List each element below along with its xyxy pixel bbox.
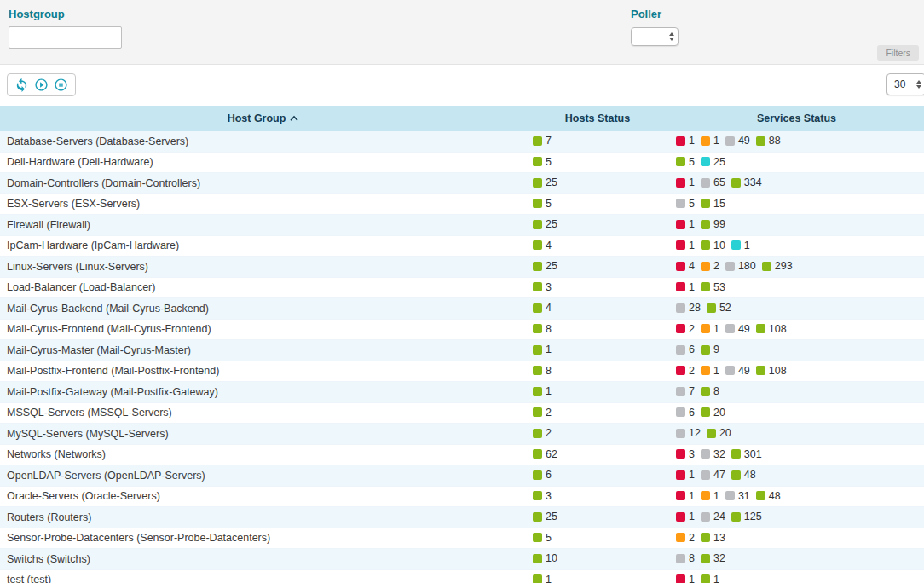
gray-status-badge[interactable]: 28 (676, 302, 701, 314)
table-row[interactable]: Mail-Postfix-Frontend (Mail-Postfix-Fron… (0, 361, 924, 382)
green-status-badge[interactable]: 53 (701, 281, 725, 293)
green-status-badge[interactable]: 88 (756, 135, 781, 147)
red-status-badge[interactable]: 3 (676, 448, 695, 460)
column-header-services-status[interactable]: Services Status (669, 106, 924, 131)
cyan-status-badge[interactable]: 1 (731, 240, 750, 251)
orange-status-badge[interactable]: 1 (701, 490, 719, 502)
green-status-badge[interactable]: 334 (731, 176, 762, 188)
green-status-badge[interactable]: 20 (707, 427, 731, 439)
orange-status-badge[interactable]: 2 (676, 532, 695, 544)
orange-status-badge[interactable]: 1 (701, 323, 719, 335)
green-status-badge[interactable]: 3 (533, 490, 552, 502)
gray-status-badge[interactable]: 180 (725, 260, 756, 272)
table-row[interactable]: Networks (Networks)62332301 (0, 444, 924, 465)
red-status-badge[interactable]: 4 (676, 260, 695, 272)
red-status-badge[interactable]: 1 (676, 176, 695, 188)
red-status-badge[interactable]: 1 (676, 574, 695, 583)
red-status-badge[interactable]: 1 (676, 469, 695, 481)
table-row[interactable]: Mail-Postfix-Gateway (Mail-Postfix-Gatew… (0, 382, 924, 403)
table-row[interactable]: Load-Balancer (Load-Balancer)3153 (0, 277, 924, 298)
table-row[interactable]: test (test)111 (0, 569, 924, 583)
green-status-badge[interactable]: 99 (701, 218, 725, 230)
green-status-badge[interactable]: 4 (533, 240, 552, 251)
refresh-button[interactable] (14, 78, 29, 92)
red-status-badge[interactable]: 2 (676, 365, 695, 377)
table-row[interactable]: Mail-Cyrus-Master (Mail-Cyrus-Master)169 (0, 340, 924, 361)
green-status-badge[interactable]: 25 (533, 176, 557, 188)
green-status-badge[interactable]: 8 (533, 323, 552, 335)
orange-status-badge[interactable]: 1 (701, 135, 719, 147)
gray-status-badge[interactable]: 5 (676, 198, 695, 210)
gray-status-badge[interactable]: 12 (676, 427, 701, 439)
green-status-badge[interactable]: 10 (701, 240, 725, 251)
green-status-badge[interactable]: 108 (756, 365, 787, 377)
green-status-badge[interactable]: 15 (701, 198, 725, 210)
table-row[interactable]: MySQL-Servers (MySQL-Servers)21220 (0, 424, 924, 445)
green-status-badge[interactable]: 9 (701, 343, 719, 355)
orange-status-badge[interactable]: 1 (701, 365, 719, 377)
gray-status-badge[interactable]: 6 (676, 343, 695, 355)
green-status-badge[interactable]: 1 (533, 574, 552, 583)
green-status-badge[interactable]: 8 (701, 385, 719, 397)
green-status-badge[interactable]: 1 (533, 385, 552, 397)
table-row[interactable]: Routers (Routers)25124125 (0, 507, 924, 528)
gray-status-badge[interactable]: 49 (725, 135, 750, 147)
gray-status-badge[interactable]: 6 (676, 407, 695, 418)
green-status-badge[interactable]: 108 (756, 323, 787, 335)
play-button[interactable] (34, 78, 49, 92)
green-status-badge[interactable]: 32 (701, 552, 725, 564)
table-row[interactable]: Database-Servers (Database-Servers)71149… (0, 131, 924, 152)
pause-button[interactable] (54, 78, 68, 92)
gray-status-badge[interactable]: 47 (701, 469, 725, 481)
table-row[interactable]: Dell-Hardware (Dell-Hardware)5525 (0, 152, 924, 173)
green-status-badge[interactable]: 5 (533, 156, 552, 168)
table-row[interactable]: MSSQL-Servers (MSSQL-Servers)2620 (0, 402, 924, 424)
gray-status-badge[interactable]: 7 (676, 385, 695, 397)
column-header-hosts-status[interactable]: Hosts Status (526, 106, 669, 131)
green-status-badge[interactable]: 2 (533, 407, 552, 418)
table-row[interactable]: Switchs (Switchs)10832 (0, 549, 924, 570)
green-status-badge[interactable]: 5 (533, 198, 552, 210)
table-row[interactable]: Firewall (Firewall)25199 (0, 215, 924, 236)
green-status-badge[interactable]: 52 (707, 302, 731, 314)
green-status-badge[interactable]: 25 (533, 511, 557, 522)
red-status-badge[interactable]: 1 (676, 490, 695, 502)
gray-status-badge[interactable]: 24 (701, 511, 725, 522)
green-status-badge[interactable]: 6 (533, 469, 552, 481)
table-row[interactable]: Mail-Cyrus-Backend (Mail-Cyrus-Backend)4… (0, 298, 924, 320)
orange-status-badge[interactable]: 2 (701, 260, 719, 272)
green-status-badge[interactable]: 62 (533, 448, 557, 460)
gray-status-badge[interactable]: 65 (701, 176, 725, 188)
table-row[interactable]: Domain-Controllers (Domain-Controllers)2… (0, 173, 924, 194)
column-header-host-group[interactable]: Host Group (0, 106, 526, 131)
hostgroup-input[interactable] (9, 26, 122, 49)
red-status-badge[interactable]: 1 (676, 135, 695, 147)
green-status-badge[interactable]: 293 (762, 260, 793, 272)
green-status-badge[interactable]: 1 (701, 574, 719, 583)
green-status-badge[interactable]: 2 (533, 427, 552, 439)
green-status-badge[interactable]: 20 (701, 407, 725, 418)
gray-status-badge[interactable]: 31 (725, 490, 750, 502)
table-row[interactable]: ESX-Servers (ESX-Servers)5515 (0, 193, 924, 215)
green-status-badge[interactable]: 13 (701, 532, 725, 544)
red-status-badge[interactable]: 1 (676, 281, 695, 293)
green-status-badge[interactable]: 4 (533, 302, 552, 314)
gray-status-badge[interactable]: 49 (725, 365, 750, 377)
green-status-badge[interactable]: 48 (731, 469, 756, 481)
red-status-badge[interactable]: 1 (676, 511, 695, 522)
gray-status-badge[interactable]: 32 (701, 448, 725, 460)
table-row[interactable]: Sensor-Probe-Datacenters (Sensor-Probe-D… (0, 528, 924, 549)
table-row[interactable]: IpCam-Hardware (IpCam-Hardware)41101 (0, 235, 924, 257)
green-status-badge[interactable]: 8 (533, 365, 552, 377)
green-status-badge[interactable]: 5 (533, 532, 552, 544)
green-status-badge[interactable]: 5 (676, 156, 695, 168)
green-status-badge[interactable]: 25 (533, 260, 557, 272)
green-status-badge[interactable]: 10 (533, 552, 557, 564)
cyan-status-badge[interactable]: 25 (701, 156, 725, 168)
filters-button[interactable]: Filters (877, 45, 919, 61)
table-row[interactable]: Oracle-Servers (Oracle-Servers)3113148 (0, 486, 924, 507)
green-status-badge[interactable]: 7 (533, 135, 552, 147)
table-row[interactable]: Mail-Cyrus-Frontend (Mail-Cyrus-Frontend… (0, 319, 924, 340)
green-status-badge[interactable]: 125 (731, 511, 762, 522)
green-status-badge[interactable]: 48 (756, 490, 781, 502)
